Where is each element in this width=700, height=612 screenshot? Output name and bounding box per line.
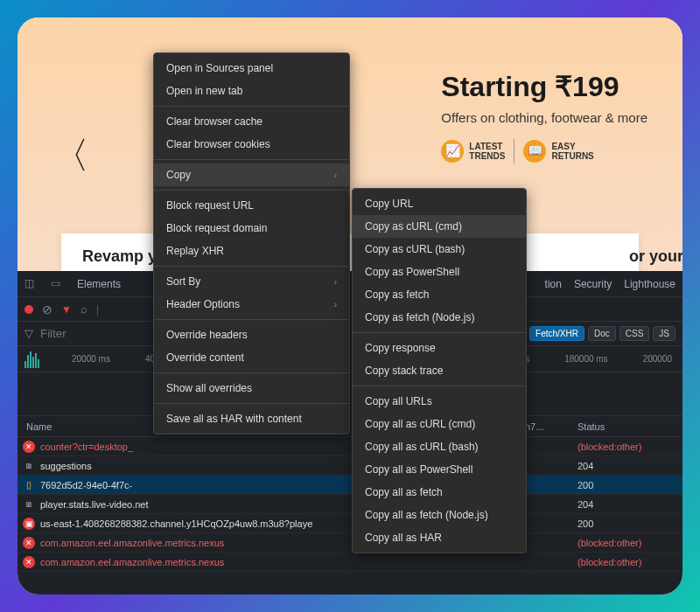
filter-bar: ▽ ll Fetch/XHR Doc CSS JS [18,322,682,346]
devtools-panel: ◫ ▭ Elements tion Security Lighthouse ⊘ … [18,271,682,595]
table-row[interactable]: {}7692d5d2-94e0-4f7c-200 [18,476,682,495]
mi-clear-cookies[interactable]: Clear browser cookies [154,133,349,156]
request-icon: {} [23,479,35,491]
context-menu: Open in Sources panel Open in new tab Cl… [153,52,350,435]
hero-banner: 〈 Starting ₹199 Offers on clothing, foot… [18,17,682,271]
mi-sort[interactable]: Sort By› [154,270,349,293]
request-status: 204 [569,499,682,510]
mi-override-content[interactable]: Override content [154,346,349,369]
mi-block-domain[interactable]: Block request domain [154,217,349,240]
badge-divider [514,139,514,163]
banner-title: Starting ₹199 [441,70,648,103]
mi-copy-powershell[interactable]: Copy as PowerShell [353,261,526,283]
mi-copy-stack[interactable]: Copy stack trace [353,359,526,382]
mi-copy-all-curl-bash[interactable]: Copy all as cURL (bash) [353,435,526,458]
chevron-right-icon: › [334,170,337,180]
table-row[interactable]: ✕com.amazon.eel.amazonlive.metrics.nexus… [18,553,682,572]
mi-show-overrides[interactable]: Show all overrides [154,377,349,400]
table-row[interactable]: ▣us-east-1.408268288382.channel.y1HCqOZp… [18,514,682,533]
clear-icon[interactable]: ⊘ [42,303,52,316]
mi-block-url[interactable]: Block request URL [154,194,349,217]
devtools-tabs: ◫ ▭ Elements tion Security Lighthouse [18,271,682,297]
request-name: com.amazon.eel.amazonlive.metrics.nexus [40,557,516,567]
trend-icon: 📈 [441,140,464,163]
mi-header-opts[interactable]: Header Options› [154,293,349,316]
mi-copy-curl-cmd[interactable]: Copy as cURL (cmd) [353,215,526,238]
request-status: 204 [569,461,682,471]
chip-css[interactable]: CSS [620,326,650,341]
tab-elements[interactable]: Elements [77,278,121,290]
carousel-prev-icon[interactable]: 〈 [52,131,89,180]
mi-save-har[interactable]: Save all as HAR with content [154,407,349,430]
mi-copy-all-powershell[interactable]: Copy all as PowerShell [353,458,526,481]
mi-open-sources[interactable]: Open in Sources panel [154,57,349,80]
network-rows: ✕counter?ctr=desktop_(blocked:other)🗎sug… [18,437,682,572]
app-frame: 〈 Starting ₹199 Offers on clothing, foot… [18,17,682,595]
table-row[interactable]: ✕counter?ctr=desktop_(blocked:other) [18,437,682,456]
network-toolbar: ⊘ ▼ ⌕ | [18,297,682,322]
timeline[interactable]: 20000 ms 40000 m 60000 ms 180000 ms 2000… [18,346,682,372]
network-header: Name n7... Status [18,416,682,437]
badge-row: 📈 LATEST TRENDS 📖 EASY RETURNS [441,139,648,163]
table-row[interactable]: 🗎player.stats.live-video.net204 [18,495,682,514]
type-chips: ll Fetch/XHR Doc CSS JS [510,326,676,341]
tab-partial[interactable]: tion [545,278,562,290]
request-icon: ✕ [23,537,35,549]
chip-js[interactable]: JS [653,326,676,341]
badge-trends: 📈 LATEST TRENDS [441,140,505,163]
mi-copy-fetch-node[interactable]: Copy as fetch (Node.js) [353,306,526,329]
mi-clear-cache[interactable]: Clear browser cache [154,110,349,133]
mi-copy-response[interactable]: Copy response [353,337,526,359]
mi-copy-all-har[interactable]: Copy all as HAR [353,526,526,549]
mi-copy-curl-bash[interactable]: Copy as cURL (bash) [353,238,526,261]
banner-subtitle: Offers on clothing, footwear & more [441,110,648,125]
request-status: (blocked:other) [569,538,682,548]
request-icon: ✕ [23,441,35,453]
banner-content: Starting ₹199 Offers on clothing, footwe… [441,70,648,163]
request-status: (blocked:other) [569,557,682,567]
mi-override-headers[interactable]: Override headers [154,323,349,346]
search-icon[interactable]: ⌕ [80,303,88,316]
request-icon: ✕ [23,556,35,568]
returns-icon: 📖 [523,140,546,163]
mi-copy-url[interactable]: Copy URL [353,192,526,215]
copy-submenu: Copy URL Copy as cURL (cmd) Copy as cURL… [352,188,527,553]
table-row[interactable]: ✕com.amazon.eel.amazonlive.metrics.nexus… [18,533,682,553]
mi-copy-all-curl-cmd[interactable]: Copy all as cURL (cmd) [353,413,526,435]
chip-fetch[interactable]: Fetch/XHR [529,326,584,341]
overview-lane[interactable] [18,372,682,416]
mi-copy-all-fetch-node[interactable]: Copy all as fetch (Node.js) [353,504,526,526]
badge-returns: 📖 EASY RETURNS [523,140,593,163]
mi-copy-all-urls[interactable]: Copy all URLs [353,390,526,413]
tab-security[interactable]: Security [574,278,612,290]
table-row[interactable]: 🗎suggestions204 [18,456,682,476]
col-status[interactable]: Status [569,421,682,432]
filter-icon[interactable]: ▼ [61,303,72,316]
waveform [24,350,68,368]
chevron-right-icon: › [334,300,337,309]
mi-replay-xhr[interactable]: Replay XHR [154,240,349,262]
chip-doc[interactable]: Doc [588,326,616,341]
request-status: 200 [569,480,682,490]
request-status: 200 [569,518,682,529]
request-icon: 🗎 [23,498,35,511]
mi-open-newtab[interactable]: Open in new tab [154,80,349,102]
request-status: (blocked:other) [569,442,682,452]
request-icon: ▣ [23,518,35,530]
request-icon: 🗎 [23,460,35,472]
record-icon[interactable] [24,305,33,314]
tab-lighthouse[interactable]: Lighthouse [624,278,676,290]
chevron-right-icon: › [334,277,337,287]
mi-copy[interactable]: Copy› [154,163,349,186]
mi-copy-fetch[interactable]: Copy as fetch [353,283,526,306]
inspect-icon[interactable]: ◫ [24,277,38,291]
device-icon[interactable]: ▭ [51,277,65,291]
funnel-icon[interactable]: ▽ [24,327,33,340]
mi-copy-all-fetch[interactable]: Copy all as fetch [353,481,526,504]
